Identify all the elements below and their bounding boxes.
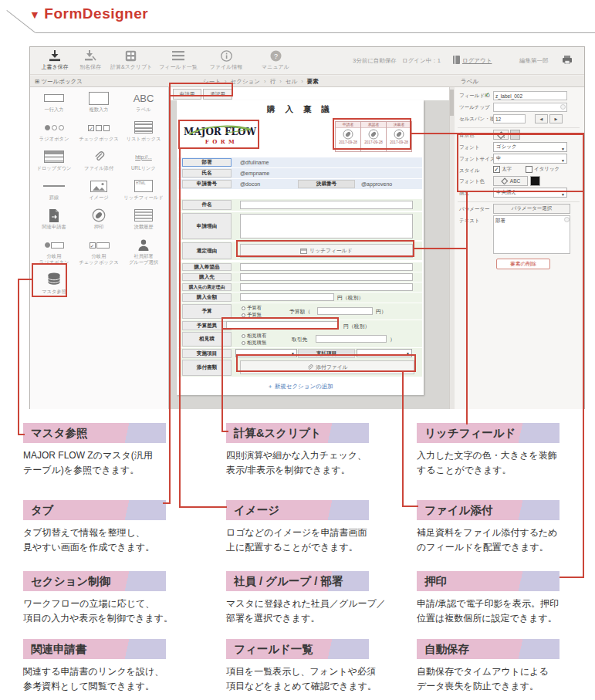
callout-desc: 補足資料をファイル添付するため のフィールドを配置できます。 <box>417 526 594 554</box>
amount-input[interactable] <box>240 293 334 301</box>
reason-textarea[interactable] <box>240 214 413 238</box>
toolbox-item-rich-field[interactable]: HTML リッチフィールド <box>121 177 166 206</box>
fontcolor-swatch[interactable] <box>530 176 540 186</box>
supplier-reason-label[interactable]: 購入先の選定理由 <box>182 283 232 291</box>
reason-label[interactable]: 申請理由 <box>182 213 232 239</box>
supplier-reason-input[interactable] <box>240 283 413 291</box>
manual-button[interactable]: ? マニュアル <box>255 49 296 71</box>
amount-label[interactable]: 購入金額 <box>182 293 232 302</box>
form-row-reason: 申請理由 <box>178 212 422 240</box>
fontsize-select[interactable]: 中▼ <box>493 154 567 164</box>
file-info-button[interactable]: ファイル情報 <box>206 49 246 71</box>
desired-item-label[interactable]: 購入希望品 <box>182 263 232 271</box>
move-right-button[interactable]: ▶ <box>549 114 563 123</box>
budget-diff-label[interactable]: 予算差異 <box>182 321 232 330</box>
canvas-scrollbar[interactable] <box>449 87 455 409</box>
impl-item-select[interactable]: ▼ <box>235 349 297 357</box>
rich-field-button[interactable]: リッチフィールド <box>240 244 413 258</box>
toolbox-item-dropdown[interactable]: ドロップダウン <box>32 147 76 177</box>
printer-icon[interactable] <box>563 56 572 66</box>
toolbox-item-list-box[interactable]: リストボックス <box>121 118 166 147</box>
stamp-area[interactable]: 申請者 2017-09-28 承認者 2017-09-28 決裁者 2017-0… <box>335 121 411 152</box>
breadcrumb-section[interactable]: セクション <box>231 78 260 85</box>
toolbox-item-file-attach[interactable]: ファイル添付 <box>76 147 121 177</box>
fontcolor-button[interactable]: ABC <box>493 176 528 186</box>
budget-amount-input[interactable] <box>317 307 373 315</box>
bold-checkbox[interactable]: ✓太字 <box>493 166 512 173</box>
toolbox-item-branch-checkbox[interactable]: ✓ 分岐用 チェックボックス <box>76 235 121 268</box>
payment-item-select[interactable]: ▼ <box>357 349 412 357</box>
field-list-button[interactable]: フィールド一覧 <box>158 49 198 71</box>
form-logo[interactable]: MAJOR FLOW FORM <box>180 122 260 150</box>
subject-label[interactable]: 件名 <box>182 200 232 210</box>
impl-item-label[interactable]: 実施項目 <box>182 349 232 358</box>
quote-yes-radio[interactable]: 相見積有 <box>242 333 266 340</box>
attach-file-button[interactable]: 添付ファイル <box>240 360 414 374</box>
bgcolor-bucket-button[interactable] <box>493 130 509 140</box>
toolbox-item-master-reference[interactable]: マスタ参照 <box>32 268 76 303</box>
paperclip-icon <box>76 150 121 164</box>
breadcrumb-sheet[interactable]: シート <box>203 78 221 85</box>
move-left-button[interactable]: ◀ <box>535 114 548 123</box>
toolbox-item-ruled-line[interactable]: 罫線 <box>32 177 76 206</box>
selection-reason-label[interactable]: 選定理由 <box>182 242 232 259</box>
italic-checkbox[interactable]: イタリック <box>526 166 560 173</box>
field-id-input[interactable]: z_label_002 <box>493 91 567 100</box>
toolbox-item-multi-line-input[interactable]: 複数入力 <box>76 89 121 118</box>
tooltip-input[interactable] <box>493 103 567 112</box>
subject-input[interactable] <box>240 201 413 209</box>
tab-approval[interactable]: 承認用 <box>203 89 232 100</box>
toolbox-item-approval-history[interactable]: 決裁履歴 <box>121 206 166 235</box>
toolbox-item-label[interactable]: ABC ラベル <box>121 89 166 118</box>
dept-label[interactable]: 部署 <box>182 158 232 167</box>
save-button[interactable]: 上書き保存 <box>35 49 75 71</box>
budget-no-radio[interactable]: 予算無 <box>242 312 262 319</box>
calc-script-button[interactable]: 計算&スクリプト <box>110 49 150 71</box>
toolbox-item-related-document[interactable]: 関連申請書 <box>32 206 76 235</box>
supplier-input[interactable] <box>240 273 413 281</box>
attach-label[interactable]: 添付書類 <box>182 360 232 376</box>
callout-title: ファイル添付 <box>417 500 560 520</box>
toolbox-item-radio-button[interactable]: ラジオボタン <box>32 118 76 147</box>
payment-item-label[interactable]: 支払項目 <box>298 349 355 358</box>
toolbox-item-stamp[interactable]: 押印 <box>76 206 121 235</box>
align-select[interactable]: 中央揃え▼ <box>493 188 567 198</box>
delete-element-button[interactable]: 要素の削除 <box>496 259 550 269</box>
font-select[interactable]: ゴシック▼ <box>493 142 567 152</box>
toolbox-item-image[interactable]: イメージ <box>76 177 121 206</box>
tab-application[interactable]: 申請用 <box>173 89 201 100</box>
toolbox-item-employee-select[interactable]: 社員部署 グループ選択 <box>121 235 166 268</box>
name-label[interactable]: 氏名 <box>182 169 232 178</box>
panel-divider <box>458 127 580 128</box>
toolbox-item-checkbox[interactable]: ✓ チェックボックス <box>76 118 121 147</box>
supplier-label[interactable]: 購入先 <box>182 273 232 281</box>
dropdown-icon <box>32 150 76 164</box>
callout-calc-script: 計算&スクリプト 四則演算や細かな入力チェック、 表示/非表示を制御できます。 <box>226 423 411 477</box>
parameter-select-button[interactable]: パラメーター選択 <box>493 204 570 214</box>
application-number-label[interactable]: 申請番号 <box>182 180 232 188</box>
callout-title: 関連申請書 <box>23 639 166 659</box>
breadcrumb-separator: › <box>225 78 227 85</box>
budget-diff-input[interactable] <box>226 321 339 330</box>
quote-no-radio[interactable]: 相見積無 <box>242 340 266 347</box>
breadcrumb-element[interactable]: 要素 <box>307 78 319 85</box>
toolbox-item-single-line-input[interactable]: 一行入力 <box>32 89 76 118</box>
quote-label[interactable]: 相見積 <box>182 332 232 347</box>
breadcrumb-cell[interactable]: セル <box>286 78 297 85</box>
toolbox-item-url-link[interactable]: http://... URLリンク <box>121 147 166 177</box>
breadcrumb-row[interactable]: 行 <box>270 78 276 85</box>
breadcrumb-separator: › <box>279 78 282 85</box>
bgcolor-swatch[interactable] <box>510 130 520 140</box>
decision-number-label[interactable]: 決裁番号 <box>298 180 355 188</box>
save-as-button[interactable]: 別名保存 <box>70 49 110 71</box>
add-section-link[interactable]: ＋ 新規セクションの追加 <box>178 380 422 394</box>
client-input[interactable] <box>316 335 387 343</box>
budget-yes-radio[interactable]: 予算有 <box>242 305 262 312</box>
desired-item-input[interactable] <box>240 263 413 271</box>
logout-link[interactable]: ログアウト <box>462 57 492 65</box>
cellspan-input[interactable]: 12 <box>493 114 526 123</box>
toolbox-item-branch-radio[interactable]: 分岐用 ラジオボタン <box>32 235 76 268</box>
scrollbar-thumb[interactable] <box>450 90 454 116</box>
budget-label[interactable]: 予算 <box>182 304 232 319</box>
text-textarea[interactable]: 部署 <box>493 215 570 254</box>
